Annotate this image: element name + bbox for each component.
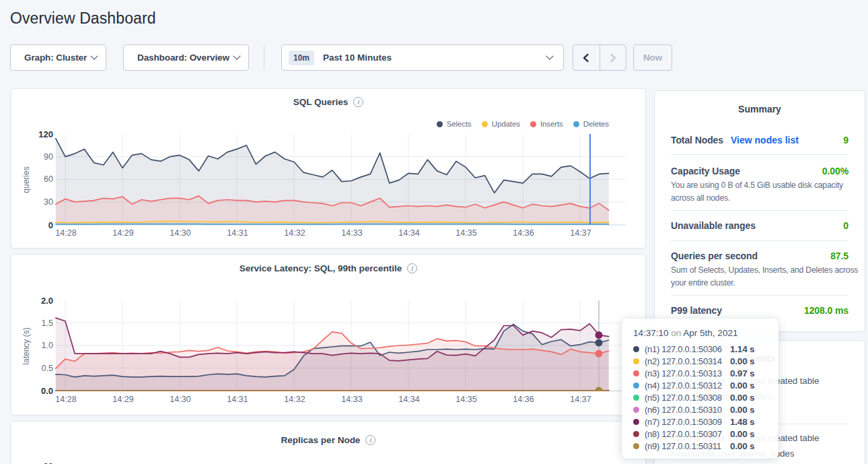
tooltip-node-label: (n4) 127.0.0.1:50312 — [645, 380, 730, 391]
tooltip-node-label: (n5) 127.0.0.1:50308 — [645, 393, 730, 403]
tooltip-time: 14:37:10 — [633, 328, 669, 338]
event-timestamp: 14:21 on Apr 5th, 2021 — [671, 461, 851, 464]
info-icon[interactable]: i — [353, 97, 363, 107]
chevron-down-icon — [233, 52, 240, 59]
time-step-back-button[interactable] — [573, 45, 600, 70]
now-button-label: Now — [643, 53, 662, 63]
y-axis-tick: 90 — [11, 461, 53, 464]
tooltip-node-row: (n7) 127.0.0.1:503091.48 s — [633, 416, 779, 428]
legend-item-selects[interactable]: Selects — [437, 120, 472, 128]
tooltip-node-row: (n5) 127.0.0.1:503080.00 s — [633, 391, 779, 403]
p99-latency-value: 1208.0 ms — [804, 305, 848, 316]
chart-legend: SelectsUpdatesInsertsDeletes — [437, 120, 609, 128]
x-axis-tick: 14:32 — [275, 228, 315, 238]
tooltip-date: Apr 5th, 2021 — [683, 328, 737, 338]
y-axis-tick: 90 — [11, 152, 53, 162]
legend-label: Updates — [492, 120, 520, 128]
x-axis-tick: 14:29 — [103, 395, 143, 404]
time-range-select[interactable]: 10m Past 10 Minutes — [281, 44, 564, 71]
y-axis-unit-label: latency (s) — [22, 316, 31, 376]
summary-panel-title: Summary — [655, 104, 865, 114]
total-nodes-label: Total Nodes — [671, 135, 723, 145]
series-color-dot-icon — [633, 419, 639, 425]
tooltip-node-value: 1.48 s — [730, 417, 754, 427]
tooltip-node-value: 0.00 s — [730, 393, 754, 403]
qps-caption: Sum of Selects, Updates, Inserts, and De… — [671, 264, 861, 290]
info-icon[interactable]: i — [365, 435, 375, 445]
legend-item-deletes[interactable]: Deletes — [573, 120, 609, 128]
tooltip-node-row: (n6) 127.0.0.1:503100.00 s — [633, 403, 779, 416]
legend-item-updates[interactable]: Updates — [482, 120, 520, 128]
y-axis-tick: 120 — [11, 129, 53, 139]
series-color-dot-icon — [633, 346, 639, 352]
x-axis-tick: 14:28 — [46, 395, 86, 404]
page-title: Overview Dashboard — [10, 9, 156, 28]
tooltip-node-label: (n7) 127.0.0.1:50309 — [645, 417, 730, 427]
y-axis-unit-label: queries — [22, 150, 31, 210]
x-axis-tick: 14:35 — [446, 395, 486, 404]
x-axis-tick: 14:35 — [446, 228, 486, 238]
summary-divider — [671, 295, 848, 296]
view-nodes-list-link[interactable]: View nodes list — [731, 135, 799, 145]
y-axis-tick: 0.5 — [11, 364, 53, 373]
x-axis-tick: 14:34 — [389, 228, 429, 238]
x-axis-tick: 14:33 — [332, 228, 372, 238]
y-axis-tick: 60 — [11, 174, 53, 184]
chart-title-replicas-per-node: Replicas per Node — [281, 435, 361, 445]
chevron-left-icon — [582, 53, 591, 63]
chevron-right-icon — [608, 53, 617, 63]
legend-dot-icon — [482, 121, 488, 127]
sql-queries-chart-card: SQL Queries i SelectsUpdatesInsertsDelet… — [11, 88, 646, 248]
x-axis-tick: 14:37 — [560, 395, 601, 404]
summary-divider — [671, 240, 848, 241]
qps-label: Queries per second — [671, 251, 758, 261]
tooltip-node-row: (n8) 127.0.0.1:503070.00 s — [633, 428, 779, 440]
total-nodes-value: 9 — [843, 135, 848, 145]
tooltip-node-value: 0.00 s — [730, 405, 754, 415]
series-color-dot-icon — [633, 443, 639, 449]
x-axis-tick: 14:30 — [160, 395, 201, 404]
capacity-usage-caption: You are using 0 B of 4.5 GiB usable disk… — [671, 179, 861, 205]
now-button[interactable]: Now — [633, 44, 672, 71]
tooltip-node-label: (n6) 127.0.0.1:50310 — [645, 405, 730, 415]
tooltip-node-value: 1.14 s — [730, 344, 754, 354]
series-color-dot-icon — [633, 358, 639, 364]
summary-row-total-nodes: Total Nodes View nodes list 9 — [671, 135, 848, 145]
summary-divider — [671, 210, 848, 211]
series-color-dot-icon — [633, 395, 639, 401]
chart-title-service-latency: Service Latency: SQL, 99th percentile — [240, 263, 402, 273]
series-color-dot-icon — [633, 370, 639, 376]
service-latency-chart-card: Service Latency: SQL, 99th percentile i … — [11, 254, 646, 416]
tooltip-node-value: 0.97 s — [730, 368, 754, 378]
time-step-forward-button[interactable] — [600, 45, 626, 70]
dashboard-dropdown[interactable]: Dashboard: Overview — [123, 44, 249, 71]
controls-divider — [264, 45, 264, 70]
tooltip-node-value: 0.00 s — [730, 356, 754, 366]
capacity-usage-label: Capacity Usage — [671, 166, 740, 176]
x-axis-tick: 14:31 — [217, 395, 258, 404]
tooltip-conjunction: on — [669, 328, 684, 338]
chart-hover-tooltip: 14:37:10 on Apr 5th, 2021 (n1) 127.0.0.1… — [622, 319, 779, 459]
unavailable-ranges-value: 0 — [843, 220, 848, 231]
tooltip-node-row: (n4) 127.0.0.1:503120.00 s — [633, 379, 779, 391]
x-axis-tick: 14:32 — [275, 395, 315, 404]
x-axis-tick: 14:28 — [46, 228, 86, 238]
legend-label: Selects — [447, 120, 472, 128]
legend-dot-icon — [530, 121, 536, 127]
tooltip-node-row: (n9) 127.0.0.1:503110.00 s — [633, 440, 779, 452]
tooltip-node-row: (n2) 127.0.0.1:503140.00 s — [633, 355, 779, 367]
summary-row-p99: P99 latency 1208.0 ms — [671, 305, 848, 316]
time-step-buttons — [573, 44, 626, 71]
info-icon[interactable]: i — [407, 263, 417, 273]
summary-panel: Summary Total Nodes View nodes list 9 Ca… — [654, 90, 865, 332]
legend-item-inserts[interactable]: Inserts — [530, 120, 563, 128]
tooltip-node-label: (n1) 127.0.0.1:50306 — [645, 344, 730, 354]
y-axis-tick: 30 — [11, 197, 53, 207]
graph-scope-dropdown[interactable]: Graph: Cluster — [10, 44, 106, 71]
chevron-down-icon — [90, 52, 98, 59]
time-range-badge: 10m — [289, 51, 314, 65]
x-axis-tick: 14:31 — [217, 228, 258, 238]
replicas-per-node-chart-card: Replicas per Node i 90 — [11, 421, 646, 464]
qps-value: 87.5 — [830, 251, 848, 261]
chart-title-sql-queries: SQL Queries — [293, 97, 349, 107]
